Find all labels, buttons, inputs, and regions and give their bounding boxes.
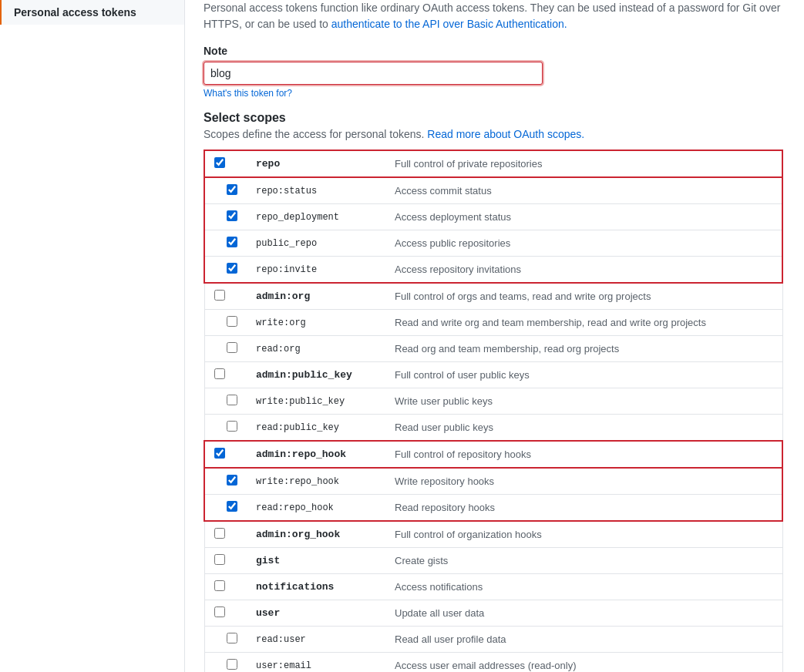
scope-row-read_org: read:org Read org and team membership, r… <box>204 336 782 362</box>
scope-name-user_email: user:email <box>247 653 385 673</box>
checkbox-repo_status[interactable] <box>227 184 237 195</box>
scope-desc-user: Update all user data <box>385 600 782 627</box>
scope-row-read_public_key: read:public_key Read user public keys <box>204 415 782 442</box>
note-input[interactable] <box>204 62 543 85</box>
scope-desc-notifications: Access notifications <box>385 574 782 600</box>
scope-desc-read_org: Read org and team membership, read org p… <box>385 336 782 362</box>
scope-desc-user_email: Access user email addresses (read-only) <box>385 653 782 673</box>
checkbox-public_repo[interactable] <box>227 237 237 247</box>
scope-name-repo_deployment: repo_deployment <box>247 204 385 230</box>
scope-desc-admin_repo_hook: Full control of repository hooks <box>385 441 782 468</box>
scope-desc-repo_deployment: Access deployment status <box>385 204 782 230</box>
scope-desc-repo_invite: Access repository invitations <box>385 257 782 284</box>
sidebar: Personal access tokens <box>0 0 185 672</box>
scope-row-write_public_key: write:public_key Write user public keys <box>204 388 782 415</box>
scope-name-write_repo_hook: write:repo_hook <box>247 468 385 495</box>
note-hint[interactable]: What's this token for? <box>204 88 783 99</box>
checkbox-notifications[interactable] <box>214 580 225 591</box>
checkbox-admin_repo_hook[interactable] <box>214 448 225 459</box>
scope-desc-admin_org: Full control of orgs and teams, read and… <box>385 283 782 310</box>
scope-desc-repo_status: Access commit status <box>385 177 782 204</box>
scope-row-gist: gist Create gists <box>204 548 782 574</box>
intro-text: Personal access tokens function like ord… <box>204 0 783 32</box>
scope-row-read_repo_hook: read:repo_hook Read repository hooks <box>204 495 782 522</box>
scope-name-admin_org: admin:org <box>247 283 385 310</box>
checkbox-read_repo_hook[interactable] <box>227 501 237 512</box>
note-field: Note What's this token for? <box>204 45 783 99</box>
scope-desc-read_repo_hook: Read repository hooks <box>385 495 782 522</box>
note-label: Note <box>204 45 783 57</box>
scope-name-write_public_key: write:public_key <box>247 388 385 415</box>
checkbox-repo_deployment[interactable] <box>227 210 237 221</box>
oauth-scopes-link[interactable]: Read more about OAuth scopes. <box>427 128 584 140</box>
scope-desc-public_repo: Access public repositories <box>385 230 782 257</box>
scope-name-repo_invite: repo:invite <box>247 257 385 284</box>
scope-row-notifications: notifications Access notifications <box>204 574 782 600</box>
main-content: Personal access tokens function like ord… <box>185 0 802 672</box>
checkbox-read_user[interactable] <box>227 633 237 643</box>
scope-desc-admin_org_hook: Full control of organization hooks <box>385 521 782 548</box>
scope-row-write_repo_hook: write:repo_hook Write repository hooks <box>204 468 782 495</box>
scope-row-public_repo: public_repo Access public repositories <box>204 230 782 257</box>
scope-desc-repo: Full control of private repositories <box>385 150 782 177</box>
scope-name-gist: gist <box>247 548 385 574</box>
auth-link[interactable]: authenticate to the API over Basic Authe… <box>331 18 567 30</box>
scope-row-user_email: user:email Access user email addresses (… <box>204 653 782 673</box>
scope-name-admin_org_hook: admin:org_hook <box>247 521 385 548</box>
scope-row-write_org: write:org Read and write org and team me… <box>204 310 782 336</box>
scope-name-write_org: write:org <box>247 310 385 336</box>
checkbox-gist[interactable] <box>214 554 225 565</box>
scope-desc-write_public_key: Write user public keys <box>385 388 782 415</box>
checkbox-user[interactable] <box>214 606 225 617</box>
checkbox-user_email[interactable] <box>227 659 237 670</box>
checkbox-admin_org_hook[interactable] <box>214 528 225 539</box>
checkbox-read_org[interactable] <box>227 342 237 353</box>
checkbox-write_public_key[interactable] <box>227 395 237 405</box>
scope-name-public_repo: public_repo <box>247 230 385 257</box>
scope-row-user: user Update all user data <box>204 600 782 627</box>
checkbox-admin_public_key[interactable] <box>214 368 225 379</box>
scope-desc-read_public_key: Read user public keys <box>385 415 782 442</box>
checkbox-repo[interactable] <box>214 157 225 168</box>
checkbox-write_repo_hook[interactable] <box>227 475 237 486</box>
scope-name-notifications: notifications <box>247 574 385 600</box>
scope-name-user: user <box>247 600 385 627</box>
scope-desc-write_org: Read and write org and team membership, … <box>385 310 782 336</box>
scopes-title: Select scopes <box>204 111 783 125</box>
scope-desc-read_user: Read all user profile data <box>385 627 782 653</box>
scope-row-repo: repo Full control of private repositorie… <box>204 150 782 177</box>
sidebar-item-personal-access-tokens[interactable]: Personal access tokens <box>0 0 184 25</box>
checkbox-repo_invite[interactable] <box>227 263 237 274</box>
checkbox-read_public_key[interactable] <box>227 421 237 432</box>
scope-row-admin_public_key: admin:public_key Full control of user pu… <box>204 362 782 388</box>
scope-name-read_public_key: read:public_key <box>247 415 385 442</box>
scope-name-read_user: read:user <box>247 627 385 653</box>
scope-desc-admin_public_key: Full control of user public keys <box>385 362 782 388</box>
scope-row-admin_org: admin:org Full control of orgs and teams… <box>204 283 782 310</box>
scope-name-repo_status: repo:status <box>247 177 385 204</box>
scope-row-repo_status: repo:status Access commit status <box>204 177 782 204</box>
scopes-section: Select scopes Scopes define the access f… <box>204 111 783 672</box>
scope-desc-gist: Create gists <box>385 548 782 574</box>
scope-row-admin_org_hook: admin:org_hook Full control of organizat… <box>204 521 782 548</box>
scope-name-admin_public_key: admin:public_key <box>247 362 385 388</box>
scopes-description: Scopes define the access for personal to… <box>204 128 783 140</box>
scope-name-read_repo_hook: read:repo_hook <box>247 495 385 522</box>
scope-name-read_org: read:org <box>247 336 385 362</box>
scope-row-repo_deployment: repo_deployment Access deployment status <box>204 204 782 230</box>
scopes-table: repo Full control of private repositorie… <box>204 150 783 672</box>
scope-name-admin_repo_hook: admin:repo_hook <box>247 441 385 468</box>
scope-row-read_user: read:user Read all user profile data <box>204 627 782 653</box>
scope-name-repo: repo <box>247 150 385 177</box>
scope-row-repo_invite: repo:invite Access repository invitation… <box>204 257 782 284</box>
checkbox-admin_org[interactable] <box>214 290 225 301</box>
checkbox-write_org[interactable] <box>227 316 237 327</box>
scope-desc-write_repo_hook: Write repository hooks <box>385 468 782 495</box>
scope-row-admin_repo_hook: admin:repo_hook Full control of reposito… <box>204 441 782 468</box>
